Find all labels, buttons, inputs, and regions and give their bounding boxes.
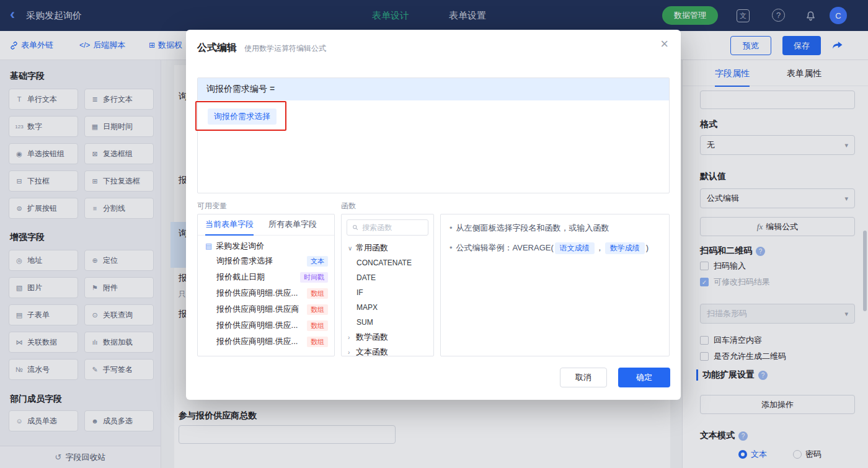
variable-item[interactable]: 报价供应商明细.供应...数组 xyxy=(198,333,334,350)
functions-label: 函数 xyxy=(341,201,356,211)
modal-header: 公式编辑 使用数学运算符编辑公式 xyxy=(197,42,326,55)
function-item[interactable]: IF xyxy=(342,285,433,300)
modal-title: 公式编辑 xyxy=(197,42,237,55)
formula-edit-modal: 公式编辑 使用数学运算符编辑公式 × 询报价需求编号 = 询报价需求选择 可用变… xyxy=(186,30,681,400)
variables-tabs: 当前表单字段 所有表单字段 xyxy=(198,214,334,236)
chevron-down-icon: ∨ xyxy=(348,245,353,252)
search-icon xyxy=(352,224,358,231)
function-search-input[interactable] xyxy=(362,223,423,232)
variable-name: 报价供应商明细.供应... xyxy=(216,336,307,347)
variable-name: 报价供应商明细.供应... xyxy=(216,288,307,299)
formula-field-chip[interactable]: 询报价需求选择 xyxy=(208,108,277,125)
function-search[interactable] xyxy=(347,219,428,236)
function-item[interactable]: CONCATENATE xyxy=(342,255,433,270)
function-item[interactable]: SUM xyxy=(342,315,433,330)
confirm-button[interactable]: 确定 xyxy=(618,368,670,387)
example-separator: ， xyxy=(596,243,604,252)
close-icon[interactable]: × xyxy=(660,37,668,51)
help-line-1: • 从左侧面板选择字段名和函数，或输入函数 xyxy=(441,214,669,234)
function-group-label: 常用函数 xyxy=(356,242,388,254)
function-item[interactable]: MAPX xyxy=(342,300,433,315)
function-group-common[interactable]: ∨ 常用函数 xyxy=(342,241,433,255)
help-line-2: • 公式编辑举例：AVERAGE(语文成绩，数学成绩) xyxy=(441,234,669,254)
formula-editor[interactable]: 询报价需求编号 = 询报价需求选择 xyxy=(197,77,670,193)
variables-panel: 当前表单字段 所有表单字段 ▤ 采购发起询价 询报价需求选择文本 报价截止日期时… xyxy=(197,214,335,356)
type-badge: 文本 xyxy=(307,256,328,267)
variable-item[interactable]: 询报价需求选择文本 xyxy=(198,253,334,269)
variables-root[interactable]: ▤ 采购发起询价 xyxy=(198,236,334,253)
example-prefix: 公式编辑举例：AVERAGE( xyxy=(456,243,554,252)
variable-name: 询报价需求选择 xyxy=(216,255,307,267)
bullet-icon: • xyxy=(450,242,453,254)
chevron-right-icon: › xyxy=(348,334,353,341)
function-item[interactable]: DATE xyxy=(342,270,433,285)
cancel-button[interactable]: 取消 xyxy=(560,368,607,387)
bullet-icon: • xyxy=(450,222,453,234)
variable-name: 报价供应商明细.供应商 xyxy=(216,304,307,315)
variable-item[interactable]: 报价供应商明细.供应商数组 xyxy=(198,301,334,317)
variables-label: 可用变量 xyxy=(197,201,227,211)
help-text: 从左侧面板选择字段名和函数，或输入函数 xyxy=(456,222,609,234)
document-icon: ▤ xyxy=(205,242,212,250)
variable-item[interactable]: 报价截止日期时间戳 xyxy=(198,269,334,285)
app-window: ‹ 采购发起询价 表单设计 表单设置 数据管理 文 ? C 表单外链 </> 后… xyxy=(0,0,868,468)
example-field-chip: 数学成绩 xyxy=(605,242,645,254)
type-badge: 数组 xyxy=(307,320,328,331)
variable-item[interactable]: 报价供应商明细.供应...数组 xyxy=(198,317,334,333)
variable-name: 报价截止日期 xyxy=(216,272,300,283)
type-badge: 数组 xyxy=(307,304,328,315)
type-badge: 数组 xyxy=(307,337,328,347)
variable-item[interactable]: 报价供应商明细.供应...数组 xyxy=(198,285,334,301)
function-group-text[interactable]: › 文本函数 xyxy=(342,345,433,356)
help-example: 公式编辑举例：AVERAGE(语文成绩，数学成绩) xyxy=(456,242,649,254)
example-suffix: ) xyxy=(646,243,649,252)
example-field-chip: 语文成绩 xyxy=(555,242,595,254)
variables-root-label: 采购发起询价 xyxy=(216,241,264,252)
help-panel: • 从左侧面板选择字段名和函数，或输入函数 • 公式编辑举例：AVERAGE(语… xyxy=(440,214,670,356)
function-group-math[interactable]: › 数学函数 xyxy=(342,330,433,345)
function-group-label: 文本函数 xyxy=(356,347,388,356)
formula-target-bar: 询报价需求编号 = xyxy=(198,78,669,100)
modal-subtitle: 使用数学运算符编辑公式 xyxy=(244,43,326,54)
formula-target-label: 询报价需求编号 = xyxy=(206,84,275,95)
type-badge: 数组 xyxy=(307,288,328,299)
chevron-right-icon: › xyxy=(348,349,353,356)
function-group-label: 数学函数 xyxy=(356,332,388,343)
variable-name: 报价供应商明细.供应... xyxy=(216,320,307,331)
tab-current-form-fields[interactable]: 当前表单字段 xyxy=(205,214,254,236)
functions-panel: ∨ 常用函数 CONCATENATE DATE IF MAPX SUM › 数学… xyxy=(341,214,434,356)
tab-all-form-fields[interactable]: 所有表单字段 xyxy=(268,214,317,236)
type-badge: 时间戳 xyxy=(300,272,328,283)
